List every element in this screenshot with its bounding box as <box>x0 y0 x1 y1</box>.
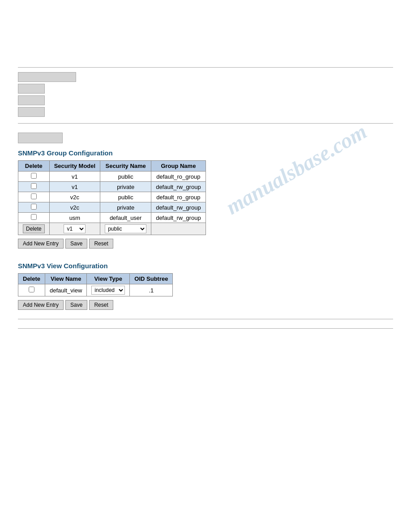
top-bar-4 <box>18 107 45 117</box>
top-section <box>18 67 393 124</box>
group-security-model-cell: v2c <box>49 202 100 213</box>
col-header-security-name: Security Name <box>100 161 151 172</box>
view-save-btn[interactable]: Save <box>65 300 87 310</box>
view-table-row: default_view includedexcluded .1 <box>18 284 173 296</box>
view-config-section: SNMPv3 View Configuration Delete View Na… <box>18 262 393 310</box>
group-security-model-select[interactable]: v1v2cusm <box>64 224 86 233</box>
view-btn-row: Add New Entry Save Reset <box>18 300 393 310</box>
view-delete-checkbox[interactable] <box>29 287 34 292</box>
group-security-model-cell: v1 <box>49 182 100 192</box>
group-new-delete-cell: Delete <box>18 223 50 235</box>
view-col-name: View Name <box>45 274 87 284</box>
group-new-model-cell: v1v2cusm <box>49 223 100 235</box>
group-security-model-cell: v2c <box>49 192 100 202</box>
group-delete-checkbox[interactable] <box>31 204 37 210</box>
col-header-group-name: Group Name <box>151 161 206 172</box>
bottom-rule-2 <box>18 328 393 329</box>
group-reset-btn[interactable]: Reset <box>89 239 113 249</box>
group-table-row: v1 private default_rw_group <box>18 182 206 192</box>
group-security-name-cell: private <box>100 202 151 213</box>
group-security-model-cell: v1 <box>49 172 100 182</box>
group-delete-checkbox[interactable] <box>31 214 37 220</box>
group-delete-checkbox[interactable] <box>31 173 37 179</box>
group-new-name-cell: publicprivatedefault_user <box>100 223 151 235</box>
group-delete-cell <box>18 202 50 213</box>
group-group-name-cell: default_ro_group <box>151 172 206 182</box>
group-delete-checkbox[interactable] <box>31 183 37 189</box>
middle-placeholder-btn <box>18 133 63 143</box>
group-table-row: v2c public default_ro_group <box>18 192 206 202</box>
group-add-btn[interactable]: Add New Entry <box>18 239 64 249</box>
group-group-name-cell: default_rw_group <box>151 202 206 213</box>
group-table-row: v2c private default_rw_group <box>18 202 206 213</box>
group-new-groupname-cell <box>151 223 206 235</box>
view-config-title: SNMPv3 View Configuration <box>18 262 393 270</box>
view-add-btn[interactable]: Add New Entry <box>18 300 64 310</box>
view-reset-btn[interactable]: Reset <box>89 300 113 310</box>
col-header-delete: Delete <box>18 161 50 172</box>
group-security-name-cell: public <box>100 192 151 202</box>
view-oid-cell: .1 <box>130 284 173 296</box>
middle-section: SNMPv3 Group Configuration Delete Securi… <box>18 133 393 333</box>
view-config-table: Delete View Name View Type OID Subtree d… <box>18 273 173 296</box>
view-col-type: View Type <box>87 274 130 284</box>
group-security-name-cell: private <box>100 182 151 192</box>
group-security-model-cell: usm <box>49 213 100 223</box>
view-delete-cell <box>18 284 45 296</box>
col-header-security-model: Security Model <box>49 161 100 172</box>
view-type-select[interactable]: includedexcluded <box>91 286 125 295</box>
group-group-name-cell: default_rw_group <box>151 213 206 223</box>
group-group-name-cell: default_ro_group <box>151 192 206 202</box>
group-security-name-select[interactable]: publicprivatedefault_user <box>105 224 146 233</box>
group-delete-cell <box>18 192 50 202</box>
view-name-cell: default_view <box>45 284 87 296</box>
group-new-entry-row: Delete v1v2cusm publicprivatedefault_use… <box>18 223 206 235</box>
group-group-name-cell: default_rw_group <box>151 182 206 192</box>
view-type-cell: includedexcluded <box>87 284 130 296</box>
group-save-btn[interactable]: Save <box>65 239 87 249</box>
top-bar-2 <box>18 84 45 94</box>
group-config-title: SNMPv3 Group Configuration <box>18 149 393 157</box>
bottom-rule-1 <box>18 319 393 319</box>
group-security-name-cell: public <box>100 172 151 182</box>
group-btn-row: Add New Entry Save Reset <box>18 239 393 249</box>
group-table-row: v1 public default_ro_group <box>18 172 206 182</box>
view-col-oid: OID Subtree <box>130 274 173 284</box>
group-security-name-cell: default_user <box>100 213 151 223</box>
group-delete-checkbox[interactable] <box>31 193 37 199</box>
top-bar-3 <box>18 95 45 105</box>
group-delete-btn[interactable]: Delete <box>23 224 45 233</box>
top-bar-1 <box>18 72 76 82</box>
view-col-delete: Delete <box>18 274 45 284</box>
group-table-row: usm default_user default_rw_group <box>18 213 206 223</box>
group-delete-cell <box>18 172 50 182</box>
group-delete-cell <box>18 182 50 192</box>
group-config-table: Delete Security Model Security Name Grou… <box>18 160 206 235</box>
group-delete-cell <box>18 213 50 223</box>
